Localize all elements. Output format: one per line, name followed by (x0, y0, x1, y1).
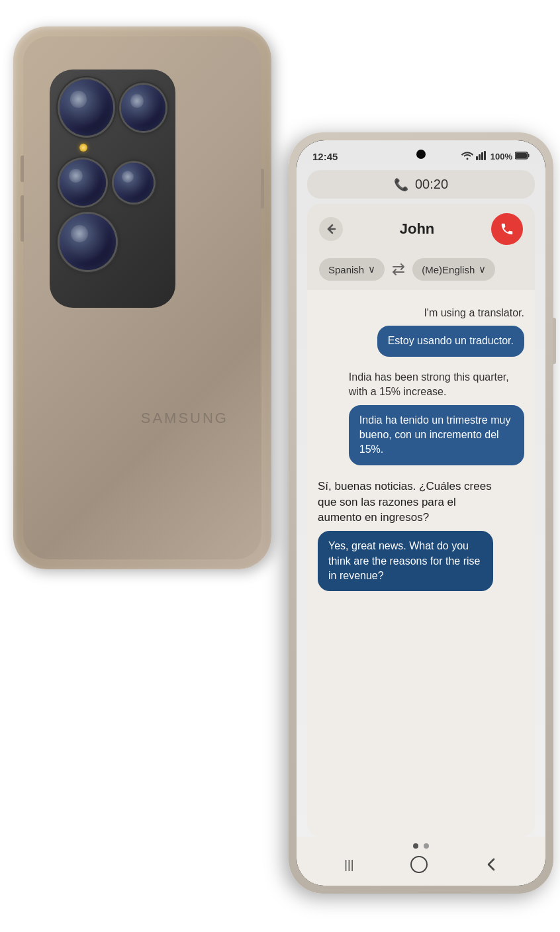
swap-language-button[interactable] (391, 263, 406, 275)
camera-row-1 (60, 79, 165, 136)
chat-area: I'm using a translator. Estoy usando un … (307, 290, 535, 837)
brand-label: SAMSUNG (141, 410, 228, 427)
camera-module (50, 70, 175, 308)
svg-rect-2 (481, 152, 483, 160)
camera-row-2 (60, 160, 165, 206)
recent-apps-icon: ||| (344, 858, 353, 872)
periscope-camera-lens (60, 214, 116, 270)
phone-back-body: SAMSUNG (23, 36, 261, 559)
phone-back: SAMSUNG (13, 26, 271, 569)
message-group-3: Sí, buenas noticias. ¿Cuáles crees que s… (318, 476, 524, 592)
message-1-original: Estoy usando un traductor. (377, 326, 524, 356)
back-nav-button[interactable] (485, 857, 498, 872)
back-nav-icon (485, 857, 498, 872)
phone-front: 12:45 (289, 132, 553, 894)
translator-header: John (307, 204, 535, 252)
target-language-label: (Me)English (422, 264, 475, 275)
recent-apps-button[interactable]: ||| (344, 858, 353, 872)
page-indicators (413, 843, 429, 849)
target-language-selector[interactable]: (Me)English ∨ (412, 258, 495, 281)
call-duration: 00:20 (415, 177, 448, 192)
battery-icon (515, 152, 530, 162)
phone-screen: 12:45 (297, 140, 545, 886)
svg-rect-3 (484, 151, 486, 160)
language-selector: Spanish ∨ (Me)English ∨ (307, 252, 535, 290)
phone-screen-frame: 12:45 (297, 140, 545, 886)
page-dot-1 (413, 843, 418, 849)
back-button[interactable] (319, 217, 343, 241)
flash-icon (79, 144, 87, 152)
battery-label: 100% (490, 152, 512, 162)
message-2-original: India ha tenido un trimestre muy bueno, … (349, 405, 524, 465)
message-2-translation: India has been strong this quarter, with… (349, 367, 524, 402)
home-button[interactable] (410, 855, 428, 874)
call-bar: 📞 00:20 (307, 170, 535, 199)
source-language-selector[interactable]: Spanish ∨ (319, 258, 385, 281)
svg-rect-0 (476, 156, 478, 160)
message-group-1: I'm using a translator. Estoy usando un … (318, 303, 524, 357)
navigation-buttons: ||| (297, 855, 545, 874)
message-3-original: Sí, buenas noticias. ¿Cuáles crees que s… (318, 476, 493, 528)
flash-area (79, 144, 165, 152)
message-group-2: India has been strong this quarter, with… (318, 367, 524, 465)
secondary-camera-lens (121, 85, 165, 131)
message-3-translation: Yes, great news. What do you think are t… (318, 531, 493, 591)
source-language-label: Spanish (328, 264, 364, 275)
svg-point-8 (411, 857, 427, 872)
front-camera-lens (416, 150, 426, 159)
home-icon (410, 855, 428, 874)
wifi-icon (461, 151, 473, 162)
wide-camera-lens (114, 163, 154, 203)
volume-down-button (21, 195, 24, 242)
message-1-translation: I'm using a translator. (424, 303, 524, 323)
main-camera-lens (60, 79, 113, 136)
nav-bar: ||| (297, 837, 545, 886)
end-call-button[interactable] (491, 213, 523, 245)
svg-rect-6 (528, 154, 530, 158)
status-time: 12:45 (312, 151, 338, 162)
source-language-chevron: ∨ (368, 263, 375, 275)
page-dot-2 (424, 843, 429, 849)
volume-up-button (21, 156, 24, 182)
front-power-button (553, 318, 556, 364)
signal-icon (476, 151, 488, 162)
camera-row-3 (60, 214, 165, 270)
telephoto-camera-lens (60, 160, 106, 206)
svg-rect-5 (516, 153, 527, 158)
target-language-chevron: ∨ (479, 263, 486, 275)
svg-rect-1 (479, 154, 481, 160)
call-icon: 📞 (394, 177, 408, 192)
contact-name: John (400, 220, 435, 238)
status-icons: 100% (461, 151, 530, 162)
power-button (261, 169, 264, 209)
